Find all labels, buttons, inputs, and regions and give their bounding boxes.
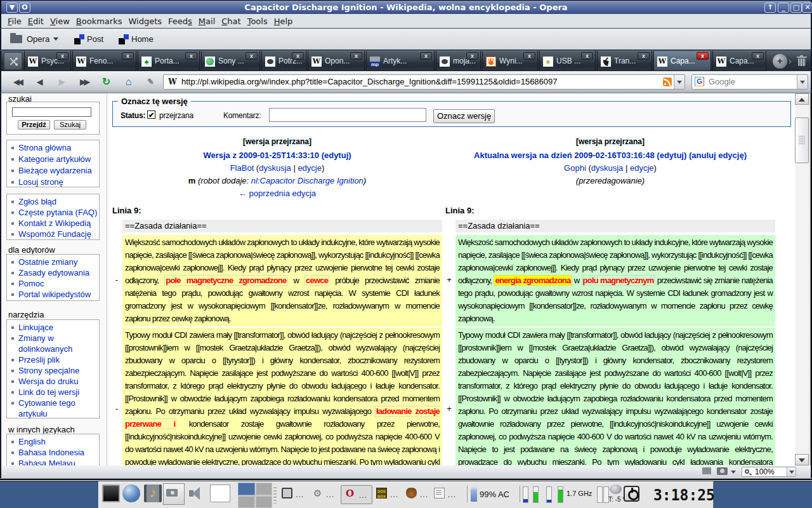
sidebar-link[interactable]: Portal wikipedystów: [7, 289, 99, 300]
tab-close-icon[interactable]: [581, 52, 593, 60]
scrollbar-thumb[interactable]: [795, 117, 809, 163]
sidebar-link[interactable]: Ostatnie zmiany: [7, 257, 99, 267]
sidebar-link[interactable]: Cytowanie tego artykułu: [7, 398, 99, 419]
tab-close-icon[interactable]: [350, 52, 362, 60]
maximize-button[interactable]: □: [790, 3, 802, 13]
task-terminal[interactable]: ...: [282, 485, 307, 504]
tab[interactable]: Wyni...: [482, 51, 538, 71]
url-dropdown-button[interactable]: [674, 75, 684, 89]
sidebar-link[interactable]: Kontakt z Wikipedią: [7, 218, 99, 229]
menu-item[interactable]: Edit: [28, 17, 44, 26]
search-button[interactable]: Szukaj: [54, 120, 86, 130]
task-animal[interactable]: ...: [406, 485, 431, 504]
sidebar-link[interactable]: Wspomóż Fundację: [7, 229, 99, 239]
home-bookmark[interactable]: Home: [119, 29, 154, 50]
scroll-up-icon[interactable]: [795, 93, 809, 105]
sidebar-link[interactable]: Zmiany w dolinkowanych: [7, 333, 99, 354]
menu-item[interactable]: Chat: [221, 17, 240, 26]
sidebar-link[interactable]: Kategorie artykułów: [7, 154, 99, 165]
tab-close-icon[interactable]: [122, 52, 134, 60]
close-button[interactable]: ✕: [802, 3, 812, 13]
sidebar-link[interactable]: Prześlij plik: [7, 354, 99, 365]
task-dosbox[interactable]: ...: [376, 485, 402, 504]
sidebar-link[interactable]: Linkujące: [7, 322, 99, 333]
speaker-icon[interactable]: [187, 485, 205, 502]
sidebar-link[interactable]: Częste pytania (FAQ): [7, 207, 99, 218]
print-icon[interactable]: [702, 467, 711, 474]
tab-close-icon[interactable]: [638, 52, 650, 60]
sidebar-link[interactable]: Bahasa Melayu: [7, 458, 99, 465]
rewind-button[interactable]: ◀◀: [8, 74, 27, 90]
menu-item[interactable]: Mail: [199, 17, 215, 26]
tab-close-icon[interactable]: [185, 52, 197, 60]
opera-menu-button[interactable]: Opera: [10, 29, 58, 50]
edit-button[interactable]: ✎: [141, 74, 160, 90]
tab[interactable]: Tran...: [597, 51, 652, 71]
taskbar-handle[interactable]: [273, 487, 277, 504]
wiki-search-input[interactable]: [12, 107, 91, 117]
status-checkbox[interactable]: [147, 110, 155, 119]
tab[interactable]: Potrz...: [261, 51, 306, 71]
zoom-dropdown-icon[interactable]: [787, 467, 796, 476]
menu-item[interactable]: File: [8, 17, 22, 26]
scroll-down-icon[interactable]: [795, 454, 809, 465]
sidebar-link[interactable]: Bieżące wydarzenia: [7, 165, 99, 177]
rss-icon[interactable]: [663, 77, 672, 86]
go-button[interactable]: Przejdź: [18, 120, 50, 130]
sidebar-link[interactable]: Strona główna: [7, 142, 99, 154]
new-tab-button[interactable]: [773, 54, 787, 69]
sidebar-link[interactable]: Zasady edytowania: [7, 267, 99, 278]
tab-close-icon[interactable]: [697, 52, 709, 60]
minimize-button[interactable]: _: [778, 3, 789, 13]
task-document[interactable]: ...: [434, 485, 459, 504]
reload-button[interactable]: ↻: [96, 74, 116, 90]
post-bookmark[interactable]: Post: [74, 29, 103, 50]
tab[interactable]: Feno...: [72, 51, 136, 71]
task-opera[interactable]: ...: [341, 485, 372, 504]
tab[interactable]: Capa...: [712, 51, 766, 71]
tab-close-icon[interactable]: [292, 52, 304, 60]
notes-icon[interactable]: [210, 485, 230, 502]
menu-item[interactable]: Widgets: [128, 17, 162, 26]
menu-item[interactable]: Tools: [247, 17, 268, 26]
url-field[interactable]: http://pl.wikipedia.org/w/index.php?titl…: [163, 74, 685, 90]
menu-item[interactable]: Help: [274, 17, 293, 26]
fast-forward-button[interactable]: ▶▶: [74, 74, 94, 90]
menu-item[interactable]: Feeds: [168, 17, 192, 26]
mark-version-button[interactable]: Oznacz wersję: [433, 109, 495, 123]
tab[interactable]: USB ...: [539, 51, 596, 71]
menu-item[interactable]: View: [50, 17, 70, 26]
sidebar-link[interactable]: Losuj stronę: [7, 177, 99, 188]
tab[interactable]: Porta...: [138, 51, 200, 71]
zoom-control[interactable]: 100%: [742, 467, 796, 477]
tab[interactable]: Sony ...: [201, 51, 260, 71]
desktop-pager[interactable]: [238, 483, 272, 508]
tab-close-icon[interactable]: [246, 52, 258, 60]
menu-item[interactable]: Bookmarks: [76, 17, 122, 26]
forward-button[interactable]: ▶: [52, 74, 72, 90]
tab-close-icon[interactable]: [752, 52, 764, 60]
tab[interactable]: Opon...: [308, 51, 365, 71]
tab-close-icon[interactable]: [466, 52, 478, 60]
back-button[interactable]: ◀: [30, 74, 49, 90]
sidebar-link[interactable]: Pomoc: [7, 278, 99, 289]
vertical-scrollbar[interactable]: [795, 93, 809, 465]
sidebar-link[interactable]: Bahasa Indonesia: [7, 447, 99, 458]
shade-button[interactable]: ↑: [764, 3, 776, 13]
trash-icon[interactable]: [796, 55, 808, 67]
tab-close-icon[interactable]: [523, 52, 535, 60]
tab-close-icon[interactable]: [420, 52, 432, 60]
tab[interactable]: moja...: [436, 51, 481, 71]
comment-input[interactable]: [269, 108, 426, 122]
sidebar-link[interactable]: Zgłoś błąd: [7, 196, 99, 207]
sidebar-link[interactable]: Strony specjalne: [7, 365, 99, 376]
images-toggle-icon[interactable]: [717, 467, 728, 475]
search-field[interactable]: Google: [691, 74, 808, 90]
terminal-icon[interactable]: [102, 485, 120, 502]
panels-toggle-button[interactable]: [4, 52, 22, 70]
globe-icon[interactable]: [122, 485, 140, 502]
tab[interactable]: Capa...: [653, 51, 711, 71]
power-button-icon[interactable]: [624, 486, 639, 502]
screenshot-icon[interactable]: [163, 483, 185, 505]
task-settings[interactable]: ...: [312, 485, 337, 504]
